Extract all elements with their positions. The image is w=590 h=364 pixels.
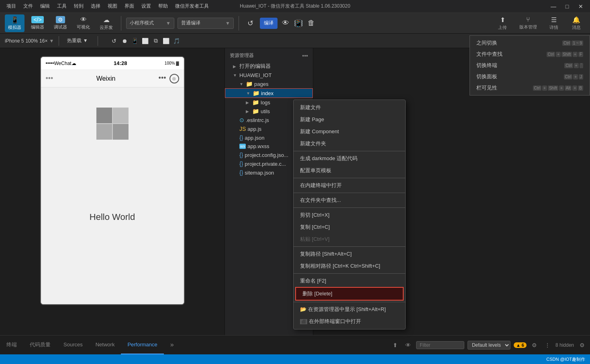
- ctx-new-folder[interactable]: 新建文件夹: [294, 138, 405, 150]
- expand-icon[interactable]: ⬆: [390, 340, 400, 350]
- tab-performance[interactable]: Performance: [121, 336, 163, 354]
- menu-devtools[interactable]: 微信开发者工具: [172, 1, 212, 11]
- editor-label: 编辑器: [31, 24, 44, 30]
- ctx-open-terminal[interactable]: 在内建终端中打开: [294, 179, 405, 191]
- tab-sources[interactable]: Sources: [57, 336, 89, 354]
- menu-settings[interactable]: 设置: [138, 1, 154, 11]
- tab-code-quality[interactable]: 代码质量: [23, 336, 57, 354]
- more-options-icon[interactable]: ⋮: [543, 340, 552, 350]
- device-debug-button[interactable]: 📳: [294, 18, 303, 28]
- device-select[interactable]: iPhone 5 100% 16× ▼: [5, 38, 54, 44]
- explorer-more-icon[interactable]: •••: [302, 53, 308, 59]
- private-json-icon: {}: [239, 161, 243, 167]
- cloud-icon: ☁: [103, 16, 110, 24]
- maximize-button[interactable]: □: [561, 2, 573, 10]
- filter-input[interactable]: [416, 341, 464, 349]
- filter-icon[interactable]: 👁: [403, 340, 413, 350]
- record-icon-btn[interactable]: ⏺: [120, 36, 129, 46]
- panel-icon-btn[interactable]: ⬜: [161, 36, 171, 46]
- more-icon: •••: [159, 74, 166, 83]
- ctx-open-external[interactable]: ⬛在外部终端窗口中打开: [294, 315, 405, 327]
- compile-select[interactable]: 普通编译 ▼: [178, 18, 234, 29]
- menu-interface[interactable]: 界面: [121, 1, 137, 11]
- tab-more[interactable]: »: [164, 336, 180, 354]
- ctx-paste[interactable]: 粘贴 [Ctrl+V]: [294, 233, 405, 245]
- desktop-icon-btn[interactable]: ⬜: [141, 36, 150, 46]
- open-editors-section[interactable]: ▶ 打开的编辑器: [225, 61, 313, 71]
- project-section[interactable]: ▼ HUAWEI_IOT: [225, 71, 313, 79]
- message-button[interactable]: 🔔 消息: [568, 14, 585, 32]
- utils-folder-icon: 📁: [252, 108, 259, 114]
- music-icon-btn[interactable]: 🎵: [172, 36, 182, 46]
- ctx-new-page[interactable]: 新建 Page: [294, 114, 405, 126]
- menu-help[interactable]: 帮助: [155, 1, 171, 11]
- ctx-new-component[interactable]: 新建 Component: [294, 126, 405, 138]
- phone-icon-btn[interactable]: 📱: [130, 36, 140, 46]
- hotreload-button[interactable]: 热重载 ▼: [64, 36, 91, 45]
- device-chevron-icon: ▼: [49, 38, 54, 44]
- mode-select[interactable]: 小程序模式 ▼: [126, 18, 174, 29]
- index-folder[interactable]: ▼ 📁 index: [225, 88, 313, 98]
- explorer-header: 资源管理器 •••: [225, 50, 313, 61]
- message-label: 消息: [572, 24, 581, 31]
- clear-cache-button[interactable]: 🗑: [306, 18, 316, 28]
- minimize-button[interactable]: —: [547, 2, 559, 10]
- ctx-show-in-explorer[interactable]: 📂在资源管理器中显示 [Shift+Alt+R]: [294, 303, 405, 315]
- ctx-cut[interactable]: 剪切 [Ctrl+X]: [294, 209, 405, 221]
- ctx-copy[interactable]: 复制 [Ctrl+C]: [294, 221, 405, 233]
- tab-network[interactable]: Network: [89, 336, 121, 354]
- close-button[interactable]: ✕: [575, 2, 587, 10]
- menu-goto[interactable]: 转到: [71, 1, 87, 11]
- refresh-icon-btn[interactable]: ↺: [109, 36, 119, 46]
- utils-chevron: ▶: [246, 109, 251, 114]
- back-icon: •••: [46, 74, 53, 83]
- ctx-darkmode[interactable]: 生成 darkmode 适配代码: [294, 153, 405, 165]
- hint-find: 文件中查找 Ctrl+Shift+F: [470, 49, 590, 60]
- level-select[interactable]: Default levels: [468, 341, 510, 350]
- ctx-new-file[interactable]: 新建文件: [294, 102, 405, 114]
- cloud-button[interactable]: ☁ 云开发: [96, 14, 116, 32]
- upload-button[interactable]: ⬆ 上传: [494, 14, 511, 32]
- menu-select[interactable]: 选择: [88, 1, 104, 11]
- ctx-copy-relative[interactable]: 复制相对路径 [Ctrl+K Ctrl+Shift+C]: [294, 260, 405, 272]
- json-icon: {}: [239, 134, 243, 141]
- mode-select-value: 小程序模式: [130, 20, 154, 26]
- ctx-single-page[interactable]: 配置单页模板: [294, 165, 405, 177]
- simulator-button[interactable]: 📱 模拟器: [5, 14, 24, 32]
- simulator-icon: 📱: [11, 16, 19, 24]
- ctx-open-terminal-label: 在内建终端中打开: [300, 182, 342, 189]
- sec-sep-1: [59, 36, 59, 46]
- ctx-rename[interactable]: 重命名 [F2]: [294, 275, 405, 287]
- menu-file[interactable]: 文件: [20, 1, 36, 11]
- settings-icon[interactable]: ⚙: [530, 340, 539, 350]
- ctx-copy-path[interactable]: 复制路径 [Shift+Alt+C]: [294, 248, 405, 260]
- debugger-icon: ⚙: [56, 16, 65, 23]
- ctx-rename-label: 重命名 [F2]: [300, 277, 326, 285]
- menu-edit[interactable]: 编辑: [37, 1, 53, 11]
- pages-folder[interactable]: ▼ 📁 pages: [225, 79, 313, 88]
- preview-button[interactable]: 👁: [281, 18, 290, 28]
- gear-icon[interactable]: ⚙: [577, 340, 587, 350]
- toolbar-right: ⬆ 上传 ⑂ 版本管理 ☰ 详情 🔔 消息: [494, 14, 585, 32]
- phone-status-bar: •••••WeChat☁ 14:28 100% ▓: [41, 57, 184, 70]
- simulator-panel: •••••WeChat☁ 14:28 100% ▓ ••• Weixin •••…: [0, 48, 225, 345]
- details-button[interactable]: ☰ 详情: [545, 14, 563, 32]
- layout-icon-btn[interactable]: ⧉: [151, 36, 161, 46]
- menu-tools[interactable]: 工具: [54, 1, 70, 11]
- logs-label: logs: [261, 100, 270, 106]
- hint-panel-shortcut: Ctrl+J: [564, 74, 583, 79]
- debugger-button[interactable]: ⚙ 调试器: [51, 14, 70, 32]
- tab-terminal[interactable]: 终端: [0, 336, 23, 354]
- secondary-icons: ↺ ⏺ 📱 ⬜ ⧉ ⬜ 🎵: [109, 36, 182, 46]
- editor-button[interactable]: </> 编辑器: [28, 14, 47, 32]
- menu-project[interactable]: 项目: [3, 1, 19, 11]
- refresh-button[interactable]: ↺: [244, 17, 257, 30]
- compile-button[interactable]: 编译: [260, 18, 278, 29]
- watermark-text: CSDN @IOT趣制作: [546, 356, 585, 362]
- ctx-find-in-folder[interactable]: 在文件夹中查找...: [294, 194, 405, 206]
- menu-view[interactable]: 视图: [104, 1, 120, 11]
- visual-button[interactable]: 👁 可视化: [73, 14, 93, 32]
- version-button[interactable]: ⑂ 版本管理: [516, 14, 540, 32]
- ctx-delete[interactable]: 删除 [Delete]: [295, 287, 404, 301]
- project-label: HUAWEI_IOT: [239, 72, 272, 78]
